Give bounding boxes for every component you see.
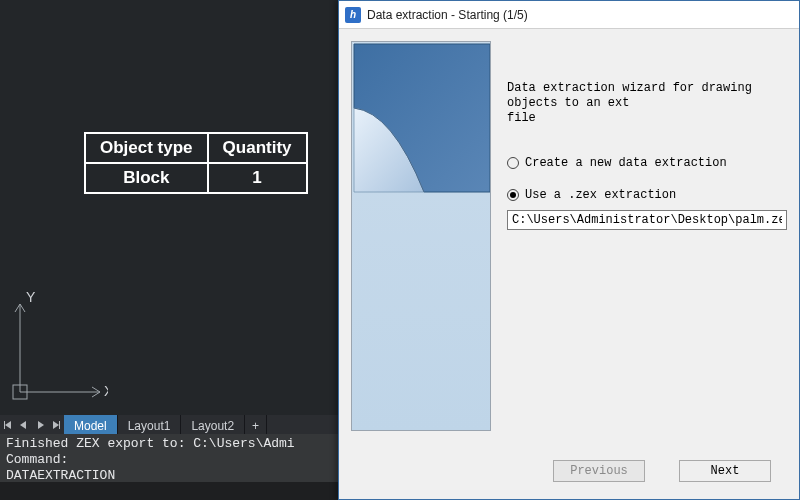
wizard-intro-text: Data extraction wizard for drawing objec… — [507, 81, 787, 126]
tab-add[interactable]: + — [245, 415, 267, 434]
tab-layout1[interactable]: Layout1 — [118, 415, 182, 434]
tab-label: Layout2 — [191, 419, 234, 433]
table-cell: Block — [85, 163, 208, 193]
ucs-y-label: Y — [26, 289, 36, 305]
button-label: Next — [711, 464, 740, 478]
tab-model[interactable]: Model — [64, 415, 118, 434]
ucs-x-label: X — [104, 383, 108, 399]
plus-icon: + — [252, 419, 259, 433]
next-button[interactable]: Next — [679, 460, 771, 482]
dialog-button-row: Previous Next — [339, 449, 799, 499]
table-row: Object type Quantity — [85, 133, 307, 163]
tab-label: Model — [74, 419, 107, 433]
drawn-table: Object type Quantity Block 1 — [84, 132, 308, 194]
wizard-graphic — [351, 41, 491, 431]
table-header-cell: Quantity — [208, 133, 307, 163]
svg-rect-3 — [4, 421, 5, 429]
dialog-title: Data extraction - Starting (1/5) — [367, 8, 528, 22]
radio-create-new[interactable]: Create a new data extraction — [507, 156, 787, 170]
svg-rect-2 — [13, 385, 27, 399]
tab-arrow-first-icon[interactable] — [0, 415, 16, 434]
table-row: Block 1 — [85, 163, 307, 193]
tab-arrow-next-icon[interactable] — [32, 415, 48, 434]
radio-label: Create a new data extraction — [525, 156, 727, 170]
tab-arrow-last-icon[interactable] — [48, 415, 64, 434]
extraction-path-input[interactable] — [507, 210, 787, 230]
radio-label: Use a .zex extraction — [525, 188, 676, 202]
button-label: Previous — [570, 464, 628, 478]
app-icon: h — [345, 7, 361, 23]
ucs-icon: X Y — [8, 288, 108, 408]
previous-button: Previous — [553, 460, 645, 482]
table-cell: 1 — [208, 163, 307, 193]
radio-icon — [507, 157, 519, 169]
radio-icon — [507, 189, 519, 201]
svg-rect-4 — [59, 421, 60, 429]
tab-label: Layout1 — [128, 419, 171, 433]
tab-arrow-prev-icon[interactable] — [16, 415, 32, 434]
table-header-cell: Object type — [85, 133, 208, 163]
tab-layout2[interactable]: Layout2 — [181, 415, 245, 434]
radio-use-existing[interactable]: Use a .zex extraction — [507, 188, 787, 202]
dialog-titlebar[interactable]: h Data extraction - Starting (1/5) — [339, 1, 799, 29]
data-extraction-dialog: h Data extraction - Starting (1/5) — [338, 0, 800, 500]
